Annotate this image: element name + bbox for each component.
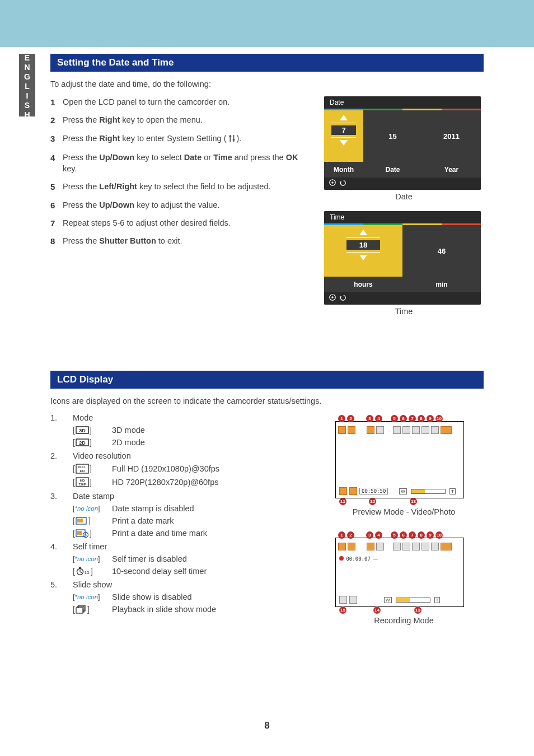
back-icon — [339, 293, 346, 304]
res-fullhd-icon: [FULLHD] — [73, 464, 92, 474]
ok-icon — [329, 293, 336, 304]
mode-3d-icon: [3D] — [73, 426, 92, 435]
zoom-t-label: T — [434, 597, 441, 603]
status-icon — [348, 543, 355, 550]
mode-2d-icon: [2D] — [73, 438, 92, 447]
status-icon — [348, 426, 355, 434]
self-timer-icon: [10] — [73, 567, 93, 576]
step-8: Press the Shutter Button to exit. — [50, 235, 310, 246]
svg-text:3D: 3D — [79, 428, 86, 433]
lcd-diagrams-column: 12 34 5678910 — [324, 413, 484, 638]
date-box-footer — [324, 178, 481, 190]
svg-point-7 — [331, 296, 334, 298]
down-arrow-icon — [359, 255, 367, 260]
status-icon — [431, 543, 439, 550]
step-7: Repeat steps 5-6 to adjust other desired… — [50, 217, 310, 228]
page-number: 8 — [0, 720, 534, 731]
section-heading-lcd: LCD Display — [50, 371, 484, 389]
date-year-value: 2011 — [443, 132, 460, 141]
legend-row: []Playback in slide show mode — [73, 605, 310, 614]
status-icon — [421, 543, 429, 550]
status-icon — [376, 426, 384, 434]
callout-badge: 2 — [347, 415, 354, 422]
content: Setting the Date and Time To adjust the … — [50, 54, 484, 638]
section-heading-datetime: Setting the Date and Time — [50, 54, 484, 72]
legend-item-2: 2.Video resolution — [50, 451, 310, 460]
callout-badge: 9 — [427, 531, 434, 539]
step-6: Press the Up/Down key to adjust the valu… — [50, 199, 310, 211]
battery-icon — [441, 543, 452, 550]
status-icon — [367, 426, 374, 434]
date-year-label: Year — [422, 162, 481, 178]
svg-text:2D: 2D — [79, 440, 86, 446]
callout-badge: 8 — [418, 415, 425, 422]
language-tab-label: ENGLISH — [23, 53, 32, 120]
status-icon — [402, 426, 410, 434]
zoom-t-label: T — [449, 488, 456, 494]
time-caption: Time — [324, 307, 484, 316]
date-setting-screenshot: Date 7 15 — [324, 96, 481, 190]
zoom-w-label: W — [399, 488, 407, 494]
callout-badge: 1 — [338, 531, 345, 539]
step-1: Open the LCD panel to turn the camcorder… — [50, 96, 310, 108]
language-tab: ENGLISH — [19, 54, 35, 116]
callout-badge: 3 — [366, 415, 373, 422]
svg-text:HD: HD — [80, 479, 85, 482]
legend-row: []Print a date and time mark — [73, 529, 310, 538]
status-icon — [431, 426, 439, 434]
date-mark-icon: [] — [73, 516, 91, 525]
callout-badge: 11 — [339, 498, 346, 505]
legend-row: [*no icon]Date stamp is disabled — [73, 504, 310, 513]
steps-column: Open the LCD panel to turn the camcorder… — [50, 96, 310, 326]
icon-legend-column: 1.Mode [3D]3D mode [2D]2D mode 2.Video r… — [50, 413, 310, 638]
battery-icon — [441, 426, 452, 434]
status-icon — [393, 426, 401, 434]
svg-text:720P: 720P — [78, 483, 86, 486]
legend-item-1: 1.Mode — [50, 413, 310, 422]
date-box-title: Date — [324, 96, 481, 109]
callout-badge: 6 — [400, 531, 407, 539]
time-min-label: min — [402, 277, 481, 292]
res-720p-icon: [HD720P] — [73, 477, 92, 487]
svg-point-5 — [331, 181, 334, 184]
svg-rect-19 — [77, 519, 83, 522]
step-3: Press the Right key to enter System Sett… — [50, 133, 310, 145]
status-icon — [367, 543, 374, 550]
down-arrow-icon — [340, 140, 348, 146]
legend-row: [2D]2D mode — [73, 438, 310, 447]
status-icon — [376, 543, 384, 550]
status-icon — [349, 596, 357, 604]
svg-rect-21 — [77, 531, 82, 535]
step-5: Press the Left/Right key to select the f… — [50, 181, 310, 192]
legend-row: [3D]3D mode — [73, 426, 310, 435]
svg-text:10: 10 — [84, 570, 89, 575]
date-caption: Date — [324, 192, 484, 201]
page: ENGLISH Setting the Date and Time To adj… — [0, 0, 534, 756]
ok-icon — [329, 179, 336, 189]
callout-badge: 10 — [435, 415, 443, 422]
intro-lcd: Icons are displayed on the screen to ind… — [50, 396, 484, 405]
legend-row: [*no icon]Slide show is disabled — [73, 592, 310, 601]
svg-rect-28 — [76, 608, 83, 613]
preview-diagram: 12 34 5678910 — [324, 413, 484, 498]
up-arrow-icon — [340, 115, 348, 120]
date-month-label: Month — [324, 162, 363, 178]
top-banner — [0, 0, 534, 47]
svg-rect-24 — [79, 567, 81, 568]
time-box-footer — [324, 292, 481, 305]
step-4: Press the Up/Down key to select Date or … — [50, 152, 310, 175]
status-icon — [339, 487, 347, 495]
status-icon — [338, 426, 346, 434]
callout-badge: 4 — [375, 415, 382, 422]
status-icon — [338, 543, 346, 550]
svg-point-1 — [229, 135, 231, 137]
legend-item-3: 3.Date stamp — [50, 492, 310, 501]
zoom-bar — [396, 598, 430, 603]
legend-row: [10]10-second delay self timer — [73, 567, 310, 576]
callout-badge: 13 — [414, 606, 421, 614]
screenshots-column: Date 7 15 — [324, 96, 484, 326]
legend-row: [HD720P]HD 720P(1280x720p)@60fps — [73, 477, 310, 487]
legend-item-5: 5.Slide show — [50, 580, 310, 589]
callout-badge: 5 — [391, 415, 398, 422]
status-icon — [412, 426, 420, 434]
